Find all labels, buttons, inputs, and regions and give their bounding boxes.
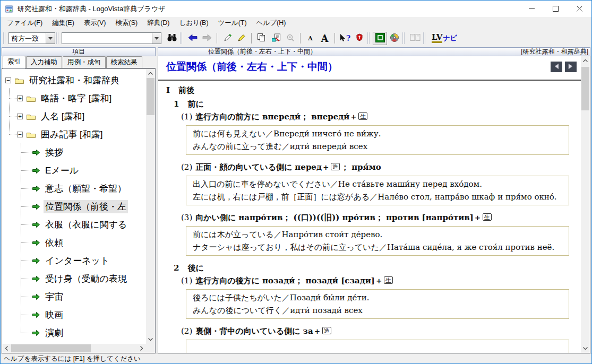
tree-item-label[interactable]: 依頼 xyxy=(44,236,65,249)
tree-folder[interactable]: +人名 [露和] xyxy=(2,107,146,125)
dual-page-button[interactable] xyxy=(408,32,422,45)
context-help-button[interactable]: ? xyxy=(338,32,352,45)
tree-vertical-scrollbar[interactable] xyxy=(146,69,155,344)
scroll-right-icon[interactable] xyxy=(137,344,146,353)
search-button[interactable] xyxy=(165,32,179,45)
tree-item[interactable]: 依頼 xyxy=(2,233,146,252)
expand-icon[interactable]: + xyxy=(17,96,23,101)
close-button[interactable] xyxy=(568,1,591,17)
menu-item-tools[interactable]: ツール(T) xyxy=(213,17,252,29)
security-button[interactable] xyxy=(352,32,366,45)
search-input[interactable] xyxy=(62,33,152,44)
example-box: 出入口の前に車を停めないでください／Не ста́вьте маши́ну пе… xyxy=(186,176,569,205)
font-small-icon: A xyxy=(308,35,313,42)
tab-index[interactable]: 索引 xyxy=(3,56,25,68)
send-to-search-button[interactable] xyxy=(269,32,283,45)
tree-item-label[interactable]: 映画 xyxy=(44,308,65,322)
toolbar-separator xyxy=(251,33,252,44)
toolbar-grip[interactable] xyxy=(180,32,183,44)
online-update-button[interactable] xyxy=(387,32,401,45)
minimize-button[interactable] xyxy=(520,1,544,17)
heading-part: ； пря́мо xyxy=(341,162,381,172)
tree-folder[interactable]: −囲み記事 [和露] xyxy=(2,125,146,143)
tree-item-label[interactable]: インターネット xyxy=(44,254,111,267)
entry-arrow-icon xyxy=(32,221,40,228)
tree-horizontal-scrollbar[interactable] xyxy=(2,344,146,353)
scroll-down-icon[interactable] xyxy=(146,335,155,344)
menu-item-dictionary[interactable]: 辞典(D) xyxy=(142,17,174,29)
copy-button[interactable] xyxy=(254,32,269,45)
tree-item-label[interactable]: 受け身（受動の表現 xyxy=(44,272,128,285)
menu-item-view[interactable]: 表示(V) xyxy=(79,17,111,29)
menu-item-edit[interactable]: 編集(E) xyxy=(47,17,79,29)
toolbar-grip[interactable] xyxy=(56,32,59,44)
toolbar-grip[interactable] xyxy=(423,32,426,44)
zoom-button[interactable] xyxy=(283,32,297,45)
toolbar-grip[interactable] xyxy=(3,32,6,44)
scroll-down-icon[interactable] xyxy=(581,344,590,353)
toolbar-grip[interactable] xyxy=(402,32,406,44)
back-button[interactable] xyxy=(185,32,200,45)
pen-button[interactable] xyxy=(234,32,248,45)
tree-item-label[interactable]: 位置関係（前後・左 xyxy=(44,200,128,213)
heading-part: перед＋ xyxy=(295,162,330,172)
lv-navi-button[interactable]: LVナビ xyxy=(428,32,460,45)
tree-item-label[interactable]: 意志（願望・希望） xyxy=(44,182,128,195)
match-mode-combo[interactable]: 前方一致 xyxy=(8,32,55,44)
tree-item-label[interactable]: 囲み記事 [和露] xyxy=(39,128,105,141)
tree-item[interactable]: 演劇 xyxy=(2,324,146,342)
search-combo[interactable] xyxy=(62,32,161,44)
tree-item-label[interactable]: Eメール xyxy=(44,164,80,177)
collapse-icon[interactable]: − xyxy=(5,77,11,83)
tree-item-label[interactable]: 研究社露和・和露辞典 xyxy=(28,74,121,87)
tree-item-label[interactable]: 衣服（衣服に関する xyxy=(44,218,128,231)
scroll-left-icon[interactable] xyxy=(2,344,11,353)
tree-item[interactable]: 意志（願望・希望） xyxy=(2,179,146,197)
tree-item[interactable]: 衣服（衣服に関する xyxy=(2,215,146,233)
heading-part: 2 xyxy=(174,263,179,273)
example-line: 前には木が立っている／Напро́тив стои́т де́рево. xyxy=(193,228,562,241)
tree-item[interactable]: 映画 xyxy=(2,306,146,324)
tree-item[interactable]: 受け身（受動の表現 xyxy=(2,270,146,288)
tree-item[interactable]: 宇宙 xyxy=(2,288,146,306)
font-small-button[interactable]: A xyxy=(303,32,318,45)
menu-item-help[interactable]: ヘルプ(H) xyxy=(252,17,291,29)
single-window-button[interactable] xyxy=(373,32,387,45)
scroll-up-icon[interactable] xyxy=(146,69,155,78)
tab-search-results[interactable]: 検索結果 xyxy=(106,56,142,68)
maximize-button[interactable] xyxy=(544,1,568,17)
tree-folder[interactable]: +略語・略字 [露和] xyxy=(2,89,146,107)
menu-item-file[interactable]: ファイル(F) xyxy=(2,17,47,29)
prev-entry-button[interactable] xyxy=(551,62,562,72)
scroll-up-icon[interactable] xyxy=(581,56,590,65)
tree-item-label[interactable]: 略語・略字 [露和] xyxy=(39,92,113,105)
content-scrollbar[interactable] xyxy=(581,56,590,353)
next-entry-button[interactable] xyxy=(565,62,577,72)
match-mode-dropdown-button[interactable] xyxy=(46,33,55,44)
menu-item-search[interactable]: 検索(S) xyxy=(110,17,142,29)
marker-pen-button[interactable] xyxy=(220,32,234,45)
example-line: 出入口の前に車を停めないでください／Не ста́вьте маши́ну пе… xyxy=(193,178,562,190)
tree-item-label[interactable]: 人名 [露和] xyxy=(39,110,86,123)
tree-item[interactable]: Eメール xyxy=(2,161,146,179)
tree-item[interactable]: インターネット xyxy=(2,252,146,270)
scrollbar-thumb[interactable] xyxy=(11,344,91,352)
expand-icon[interactable]: + xyxy=(17,114,23,119)
tree-item[interactable]: 位置関係（前後・左 xyxy=(2,197,146,215)
toolbar-grip[interactable] xyxy=(367,32,371,44)
tree-item-label[interactable]: 宇宙 xyxy=(44,290,65,304)
tree-item[interactable]: 挨拶 xyxy=(2,143,146,161)
tree-item-label[interactable]: 演劇 xyxy=(44,326,65,340)
tab-input-assist[interactable]: 入力補助 xyxy=(26,56,62,68)
collapse-icon[interactable]: − xyxy=(17,132,23,137)
scrollbar-thumb[interactable] xyxy=(581,67,589,110)
tree-item-label[interactable]: 挨拶 xyxy=(44,146,65,159)
content-heading: (1)進行方向の前方にвпереди́； впереди́＋生 xyxy=(166,111,576,122)
search-dropdown-button[interactable] xyxy=(152,33,161,44)
tab-examples[interactable]: 用例・成句 xyxy=(63,56,106,68)
font-large-button[interactable]: A xyxy=(318,32,332,45)
scrollbar-thumb[interactable] xyxy=(147,78,155,115)
menu-item-bookmark[interactable]: しおり(B) xyxy=(175,17,213,29)
tree-folder[interactable]: −研究社露和・和露辞典 xyxy=(2,71,146,89)
forward-button[interactable] xyxy=(200,32,214,45)
